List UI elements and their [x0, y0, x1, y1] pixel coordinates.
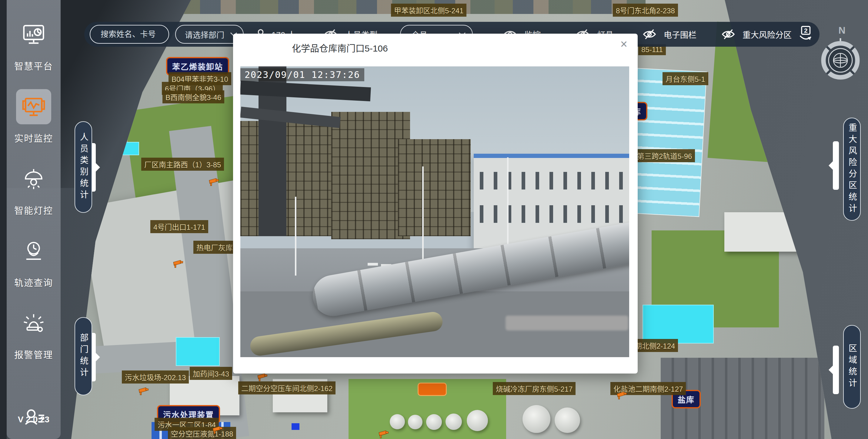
toggle-electronic-fence-label: 电子围栏	[664, 29, 696, 40]
map-label[interactable]: 二期空分空压车间北侧2-162	[238, 381, 336, 394]
compass[interactable]	[818, 37, 863, 83]
camera-icon[interactable]	[209, 178, 220, 187]
camera-icon[interactable]	[138, 387, 150, 396]
app-window: 苯乙烯装卸站仓库污水处理装置盐库B04甲苯非芳3-106号门南（3-96）B西南…	[0, 0, 868, 439]
map-label[interactable]: 烧碱冷冻厂房东侧5-217	[493, 382, 576, 395]
camera-icon[interactable]	[378, 430, 390, 439]
right-panel-expand-handle[interactable]	[833, 141, 839, 190]
sidebar-item-smart-light-control[interactable]: 智能灯控	[11, 161, 56, 216]
department-placeholder: 请选择部门	[185, 29, 224, 40]
alarm-icon	[16, 305, 51, 341]
sidebar-item-realtime-monitoring[interactable]: 实时监控	[11, 89, 56, 144]
toggle-electronic-fence[interactable]: 电子围栏	[643, 22, 696, 47]
sidebar-item-track-query[interactable]: 轨迹查询	[11, 233, 56, 289]
map-label[interactable]: 月台东侧5-1	[662, 72, 708, 85]
left-edge-strip	[0, 0, 7, 439]
view-mode-toggle[interactable]: 2	[796, 22, 815, 47]
camera-icon[interactable]	[173, 260, 184, 269]
realtime-monitor-icon	[16, 89, 51, 124]
smart-light-icon	[16, 161, 51, 197]
map-label[interactable]: 空分空压液氮1-188	[168, 427, 236, 439]
camera-video-frame: 2023/09/01 12:37:26	[240, 66, 629, 357]
camera-icon[interactable]	[212, 426, 224, 435]
video-plant-structure	[240, 121, 340, 236]
eye-slash-icon	[721, 27, 735, 41]
camera-icon[interactable]	[257, 373, 269, 382]
tab-personnel-category-stats[interactable]: 人员类别统计	[74, 121, 92, 213]
sidebar-nav: 智慧平台 实时监控 智能灯控	[7, 0, 61, 439]
close-icon[interactable]: ×	[620, 38, 627, 50]
globe-icon	[833, 53, 847, 67]
map-label[interactable]: 甲苯装卸区北侧5-241	[391, 4, 466, 17]
map-label[interactable]: 4号门出口1-171	[150, 220, 208, 233]
toggle-major-risk-zone-label: 重大风险分区	[743, 29, 792, 40]
eye-slash-icon	[643, 27, 656, 41]
tab-area-stats[interactable]: 区域统计	[843, 325, 861, 409]
app-version: V 2.0.23	[7, 415, 61, 425]
video-lamp-post	[295, 197, 297, 275]
map-label[interactable]: 8号门东北角2-238	[613, 4, 678, 17]
camera-modal: 化学品仓库南门口5-106 × 20	[233, 34, 638, 374]
search-input[interactable]	[101, 30, 161, 39]
sidebar-item-label: 实时监控	[14, 131, 53, 144]
camera-icon[interactable]	[616, 391, 628, 400]
dashboard-icon	[16, 17, 51, 52]
2d-view-icon: 2	[796, 25, 815, 43]
map-label[interactable]: B西南侧全貌3-46	[162, 90, 224, 104]
map-label[interactable]: 污水垃圾场-202.13	[122, 371, 189, 383]
compass-north-label: N	[833, 25, 851, 36]
map-label[interactable]: 热电厂灰库	[193, 241, 236, 254]
video-lamp-post	[422, 167, 424, 266]
sidebar-item-label: 报警管理	[14, 347, 53, 361]
sidebar-item-label: 智慧平台	[14, 59, 53, 72]
map-label[interactable]	[291, 423, 300, 430]
search-field[interactable]	[90, 25, 169, 43]
tab-major-risk-zone-stats[interactable]: 重大风险分区统计	[843, 118, 861, 221]
svg-text:2: 2	[804, 27, 808, 34]
video-privacy-blur	[505, 316, 628, 330]
tab-department-stats[interactable]: 部门统计	[74, 317, 92, 396]
video-timestamp: 2023/09/01 12:37:26	[240, 68, 364, 81]
map-label[interactable]: 加药间3-43	[190, 367, 232, 380]
map-label[interactable]	[417, 383, 447, 396]
sidebar-item-label: 轨迹查询	[14, 275, 53, 289]
toggle-major-risk-zone[interactable]: 重大风险分区	[721, 22, 792, 47]
modal-title: 化学品仓库南门口5-106	[292, 41, 388, 54]
right-panel-expand-handle[interactable]	[833, 346, 839, 394]
track-query-icon	[16, 233, 51, 269]
sidebar-item-alarm-management[interactable]: 报警管理	[11, 305, 56, 361]
video-plant-structure	[398, 139, 471, 236]
sidebar-item-smart-platform[interactable]: 智慧平台	[11, 17, 56, 72]
map-label[interactable]: 厂区南主路西（1）3-85	[141, 158, 224, 171]
sidebar-item-label: 智能灯控	[14, 203, 53, 216]
